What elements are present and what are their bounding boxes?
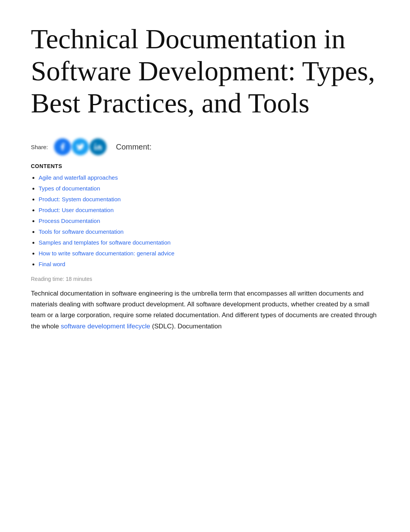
comment-label: Comment: (116, 143, 151, 151)
toc-link-system[interactable]: Product: System documentation (39, 196, 121, 202)
list-item[interactable]: Types of documentation (39, 184, 379, 193)
contents-list: Agile and waterfall approaches Types of … (31, 173, 379, 269)
toc-link-process[interactable]: Process Documentation (39, 218, 100, 224)
list-item[interactable]: Product: System documentation (39, 195, 379, 204)
toc-link-agile[interactable]: Agile and waterfall approaches (39, 174, 118, 181)
contents-header: CONTENTS (31, 163, 379, 169)
toc-link-tools[interactable]: Tools for software documentation (39, 228, 124, 235)
list-item[interactable]: Process Documentation (39, 216, 379, 226)
list-item[interactable]: Product: User documentation (39, 206, 379, 215)
sdlc-link[interactable]: software development lifecycle (61, 323, 151, 330)
intro-text-after-link: (SDLC). Documentation (152, 323, 222, 330)
toc-link-user[interactable]: Product: User documentation (39, 207, 114, 213)
list-item[interactable]: Agile and waterfall approaches (39, 173, 379, 182)
toc-link-advice[interactable]: How to write software documentation: gen… (39, 250, 175, 257)
linkedin-share-button[interactable] (90, 138, 107, 155)
list-item[interactable]: Final word (39, 260, 379, 269)
list-item[interactable]: Tools for software documentation (39, 227, 379, 236)
toc-link-final[interactable]: Final word (39, 261, 65, 267)
svg-rect-0 (95, 146, 96, 150)
social-icons-group[interactable] (54, 138, 107, 155)
svg-point-1 (95, 143, 96, 145)
share-label: Share: (31, 144, 48, 150)
list-item[interactable]: Samples and templates for software docum… (39, 238, 379, 247)
toc-link-types[interactable]: Types of documentation (39, 185, 100, 192)
toc-link-samples[interactable]: Samples and templates for software docum… (39, 239, 171, 246)
facebook-share-button[interactable] (54, 138, 71, 155)
reading-time: Reading time: 18 minutes (31, 276, 379, 282)
twitter-share-button[interactable] (72, 138, 89, 155)
page-title: Technical Documentation in Software Deve… (31, 23, 379, 119)
share-row: Share: Comment: (31, 138, 379, 155)
list-item[interactable]: How to write software documentation: gen… (39, 249, 379, 258)
intro-paragraph: Technical documentation in software engi… (31, 288, 379, 331)
